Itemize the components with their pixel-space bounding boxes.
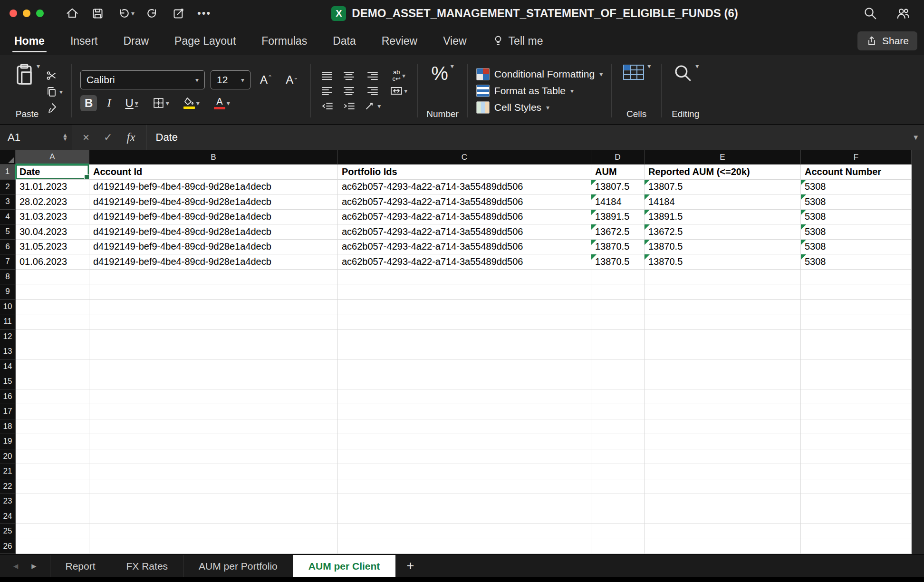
cell-F13[interactable] <box>801 344 912 359</box>
cell-F26[interactable] <box>801 539 912 554</box>
cell-A22[interactable] <box>16 479 89 495</box>
cell-A14[interactable] <box>16 359 89 375</box>
cell-B3[interactable]: d4192149-bef9-4be4-89cd-9d28e1a4decb <box>89 194 338 210</box>
home-view-button[interactable] <box>62 5 83 22</box>
redo-button[interactable] <box>143 5 164 22</box>
row-header-9[interactable]: 9 <box>0 284 16 300</box>
cell-B9[interactable] <box>89 284 338 300</box>
cell-B20[interactable] <box>89 449 338 465</box>
cell-D24[interactable] <box>591 509 645 524</box>
cell-C26[interactable] <box>338 539 591 554</box>
add-sheet-button[interactable]: + <box>395 555 425 577</box>
cell-F25[interactable] <box>801 524 912 539</box>
cell-E23[interactable] <box>645 494 801 509</box>
cell-D6[interactable]: 13870.5 <box>591 240 645 255</box>
cell-F8[interactable] <box>801 270 912 285</box>
cell-A3[interactable]: 28.02.2023 <box>16 194 89 210</box>
borders-button[interactable]: ▾ <box>148 96 173 110</box>
number-dropdown-chevron-icon[interactable]: ▾ <box>451 63 454 69</box>
cell-E13[interactable] <box>645 344 801 359</box>
cell-E24[interactable] <box>645 509 801 524</box>
align-top-button[interactable] <box>319 70 335 81</box>
cell-E19[interactable] <box>645 434 801 449</box>
cell-C3[interactable]: ac62b057-4293-4a22-a714-3a55489dd506 <box>338 194 591 210</box>
cell-D22[interactable] <box>591 479 645 495</box>
col-header-B[interactable]: B <box>89 150 338 165</box>
copy-dropdown-chevron-icon[interactable]: ▾ <box>59 88 63 95</box>
sheet-tab-fx-rates[interactable]: FX Rates <box>111 555 184 577</box>
editing-button[interactable]: ▾ <box>670 60 701 86</box>
cell-B2[interactable]: d4192149-bef9-4be4-89cd-9d28e1a4decb <box>89 180 338 195</box>
cell-D10[interactable] <box>591 300 645 315</box>
row-header-19[interactable]: 19 <box>0 434 16 449</box>
name-box[interactable]: A1 ▲▼ <box>0 125 72 150</box>
cell-A1[interactable]: Date <box>16 165 89 180</box>
cell-E10[interactable] <box>645 300 801 315</box>
align-middle-button[interactable] <box>341 70 356 81</box>
cell-A24[interactable] <box>16 509 89 524</box>
zoom-window-button[interactable] <box>36 10 44 17</box>
cell-A10[interactable] <box>16 300 89 315</box>
cell-A7[interactable]: 01.06.2023 <box>16 254 89 270</box>
cell-E4[interactable]: 13891.5 <box>645 210 801 225</box>
cell-D5[interactable]: 13672.5 <box>591 224 645 240</box>
cell-F9[interactable] <box>801 284 912 300</box>
row-header-13[interactable]: 13 <box>0 344 16 359</box>
row-header-5[interactable]: 5 <box>0 224 16 240</box>
cell-C1[interactable]: Portfolio Ids <box>338 165 591 180</box>
cell-E2[interactable]: 13807.5 <box>645 180 801 195</box>
name-box-stepper[interactable]: ▲▼ <box>62 134 68 140</box>
align-bottom-button[interactable] <box>365 70 380 81</box>
row-header-2[interactable]: 2 <box>0 180 16 195</box>
row-header-12[interactable]: 12 <box>0 330 16 345</box>
row-header-25[interactable]: 25 <box>0 524 16 539</box>
underline-button[interactable]: U▾ <box>121 95 142 111</box>
cell-F16[interactable] <box>801 389 912 405</box>
row-header-8[interactable]: 8 <box>0 270 16 285</box>
cell-A23[interactable] <box>16 494 89 509</box>
tab-home[interactable]: Home <box>12 28 47 55</box>
share-presence-button[interactable] <box>892 4 914 22</box>
fill-color-button[interactable]: ▾ <box>179 96 204 110</box>
undo-button[interactable]: ▾ <box>113 5 138 22</box>
cell-E8[interactable] <box>645 270 801 285</box>
cell-D3[interactable]: 14184 <box>591 194 645 210</box>
cell-E15[interactable] <box>645 374 801 389</box>
tab-review[interactable]: Review <box>380 28 419 55</box>
row-header-26[interactable]: 26 <box>0 539 16 554</box>
cell-D13[interactable] <box>591 344 645 359</box>
cell-C17[interactable] <box>338 404 591 419</box>
decrease-indent-button[interactable] <box>319 100 335 112</box>
cell-D4[interactable]: 13891.5 <box>591 210 645 225</box>
cut-button[interactable] <box>46 70 63 81</box>
cell-D15[interactable] <box>591 374 645 389</box>
cell-C22[interactable] <box>338 479 591 495</box>
cell-D17[interactable] <box>591 404 645 419</box>
cell-D7[interactable]: 13870.5 <box>591 254 645 270</box>
cell-F24[interactable] <box>801 509 912 524</box>
cell-A12[interactable] <box>16 330 89 345</box>
cell-E21[interactable] <box>645 464 801 479</box>
cell-C20[interactable] <box>338 449 591 465</box>
paste-button[interactable]: ▾ <box>12 60 42 89</box>
cell-A9[interactable] <box>16 284 89 300</box>
cell-C11[interactable] <box>338 314 591 330</box>
row-header-22[interactable]: 22 <box>0 479 16 495</box>
cell-A18[interactable] <box>16 419 89 435</box>
cell-A8[interactable] <box>16 270 89 285</box>
row-header-4[interactable]: 4 <box>0 210 16 225</box>
cell-B7[interactable]: d4192149-bef9-4be4-89cd-9d28e1a4decb <box>89 254 338 270</box>
cell-C12[interactable] <box>338 330 591 345</box>
row-header-1[interactable]: 1 <box>0 165 16 180</box>
cell-A25[interactable] <box>16 524 89 539</box>
select-all-corner[interactable] <box>0 150 16 165</box>
cell-E18[interactable] <box>645 419 801 435</box>
col-header-C[interactable]: C <box>338 150 591 165</box>
cell-F3[interactable]: 5308 <box>801 194 912 210</box>
tab-tell-me[interactable]: Tell me <box>491 28 545 55</box>
cell-F21[interactable] <box>801 464 912 479</box>
cell-C4[interactable]: ac62b057-4293-4a22-a714-3a55489dd506 <box>338 210 591 225</box>
tab-view[interactable]: View <box>441 28 468 55</box>
close-window-button[interactable] <box>10 10 17 17</box>
next-sheet-button[interactable]: ▶ <box>31 563 36 570</box>
